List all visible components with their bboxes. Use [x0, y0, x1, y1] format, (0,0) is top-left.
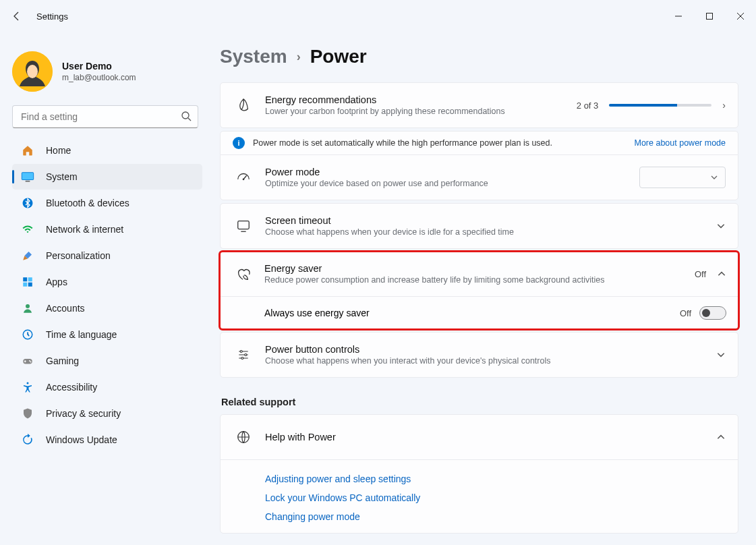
svg-point-18	[243, 178, 245, 180]
sidebar-item-windows-update[interactable]: Windows Update	[12, 427, 202, 453]
svg-point-17	[27, 382, 29, 384]
svg-rect-5	[22, 173, 34, 179]
sidebar-item-network-internet[interactable]: Network & internet	[12, 217, 202, 242]
sidebar-item-label: Accessibility	[46, 382, 97, 393]
gauge-icon	[233, 170, 254, 185]
sidebar-item-label: Accounts	[46, 303, 85, 314]
sidebar-item-label: System	[46, 171, 78, 182]
sidebar-item-label: Windows Update	[46, 434, 117, 445]
content[interactable]: System › Power Energy recommendations Lo…	[209, 32, 756, 545]
time-icon	[20, 327, 35, 342]
chevron-up-icon	[716, 432, 726, 442]
help-row[interactable]: Help with Power	[221, 415, 738, 459]
minimize-button[interactable]	[663, 5, 694, 27]
breadcrumb: System › Power	[220, 46, 738, 67]
svg-point-20	[240, 351, 242, 353]
always-use-energy-saver-row: Always use energy saver Off	[220, 296, 738, 329]
saver-sub: Reduce power consumption and increase ba…	[264, 275, 695, 285]
sidebar-item-accounts[interactable]: Accounts	[12, 295, 202, 321]
help-link[interactable]: Adjusting power and sleep settings	[233, 469, 726, 488]
update-icon	[20, 432, 35, 447]
saver-title: Energy saver	[264, 263, 695, 274]
sidebar-item-time-language[interactable]: Time & language	[12, 322, 202, 347]
svg-rect-9	[28, 277, 32, 281]
help-links: Adjusting power and sleep settingsLock y…	[221, 459, 738, 533]
sidebar-item-bluetooth-devices[interactable]: Bluetooth & devices	[12, 190, 202, 216]
energy-saver-row[interactable]: Energy saver Reduce power consumption an…	[220, 252, 738, 296]
search-icon	[181, 111, 192, 124]
info-link[interactable]: More about power mode	[635, 138, 726, 148]
pbc-title: Power button controls	[265, 344, 716, 355]
svg-point-15	[29, 360, 30, 362]
monitor-icon	[233, 219, 254, 233]
maximize-button[interactable]	[694, 5, 725, 27]
leaf-heart-icon	[232, 266, 254, 281]
svg-point-22	[241, 357, 243, 360]
svg-rect-6	[26, 181, 30, 182]
settings-window: Settings User Demo m_lab@outlook.com	[0, 0, 756, 545]
energy-saver-section-highlight: Energy saver Reduce power consumption an…	[220, 252, 738, 329]
network-icon	[20, 222, 35, 237]
apps-icon	[20, 275, 35, 289]
bluetooth-icon	[20, 196, 35, 210]
energy-recs-card[interactable]: Energy recommendations Lower your carbon…	[220, 82, 738, 128]
user-info: User Demo m_lab@outlook.com	[62, 61, 136, 82]
breadcrumb-parent[interactable]: System	[220, 46, 287, 67]
close-button[interactable]	[725, 5, 756, 27]
personalization-icon	[20, 248, 35, 263]
always-state: Off	[680, 308, 691, 318]
sidebar-item-privacy-security[interactable]: Privacy & security	[12, 401, 202, 426]
svg-point-12	[26, 304, 30, 308]
help-link[interactable]: Changing power mode	[233, 507, 726, 526]
always-energy-saver-toggle[interactable]	[699, 306, 726, 320]
svg-point-3	[182, 112, 189, 119]
svg-rect-11	[28, 283, 32, 287]
sidebar-item-label: Personalization	[46, 250, 111, 261]
sidebar-item-system[interactable]: System	[12, 164, 202, 190]
svg-rect-0	[707, 13, 713, 20]
maximize-icon	[706, 13, 713, 20]
titlebar: Settings	[0, 0, 756, 32]
window-controls	[663, 5, 756, 27]
pm-sub: Optimize your device based on power use …	[265, 179, 639, 188]
info-icon: i	[233, 137, 245, 149]
back-button[interactable]	[5, 5, 28, 28]
arrow-left-icon	[11, 11, 22, 22]
energy-progress	[609, 104, 711, 107]
avatar-icon	[12, 51, 53, 92]
sidebar-item-gaming[interactable]: Gaming	[12, 348, 202, 374]
power-mode-dropdown[interactable]	[639, 167, 726, 188]
sliders-icon	[233, 348, 254, 362]
sidebar-item-personalization[interactable]: Personalization	[12, 243, 202, 268]
close-icon	[737, 13, 744, 20]
svg-point-2	[27, 65, 38, 78]
sidebar-item-accessibility[interactable]: Accessibility	[12, 374, 202, 400]
energy-sub: Lower your carbon footprint by applying …	[265, 107, 577, 116]
info-text: Power mode is set automatically while th…	[253, 138, 552, 148]
sidebar-item-home[interactable]: Home	[12, 138, 202, 163]
help-card: Help with Power Adjusting power and slee…	[220, 414, 738, 534]
power-button-controls-card[interactable]: Power button controls Choose what happen…	[220, 332, 738, 378]
privacy-icon	[20, 406, 35, 421]
accessibility-icon	[20, 380, 35, 395]
sidebar-item-label: Network & internet	[46, 224, 123, 235]
screen-sub: Choose what happens when your device is …	[265, 227, 716, 237]
leaf-icon	[233, 98, 254, 113]
energy-title: Energy recommendations	[265, 94, 577, 105]
help-link[interactable]: Lock your Windows PC automatically	[233, 488, 726, 507]
pm-title: Power mode	[265, 167, 639, 177]
search-input[interactable]	[12, 105, 198, 128]
home-icon	[20, 143, 35, 158]
screen-timeout-card[interactable]: Screen timeout Choose what happens when …	[220, 203, 738, 249]
user-block[interactable]: User Demo m_lab@outlook.com	[12, 40, 202, 104]
svg-rect-8	[23, 277, 27, 281]
energy-count: 2 of 3	[577, 101, 599, 111]
energy-saver-card: Energy saver Reduce power consumption an…	[220, 252, 738, 329]
nav-list: HomeSystemBluetooth & devicesNetwork & i…	[12, 138, 202, 453]
sidebar-item-apps[interactable]: Apps	[12, 269, 202, 295]
always-label: Always use energy saver	[264, 308, 370, 318]
svg-rect-19	[238, 221, 250, 229]
chevron-right-icon: ›	[722, 100, 726, 111]
sidebar-item-label: Bluetooth & devices	[46, 198, 129, 208]
sidebar-item-label: Gaming	[46, 355, 79, 366]
